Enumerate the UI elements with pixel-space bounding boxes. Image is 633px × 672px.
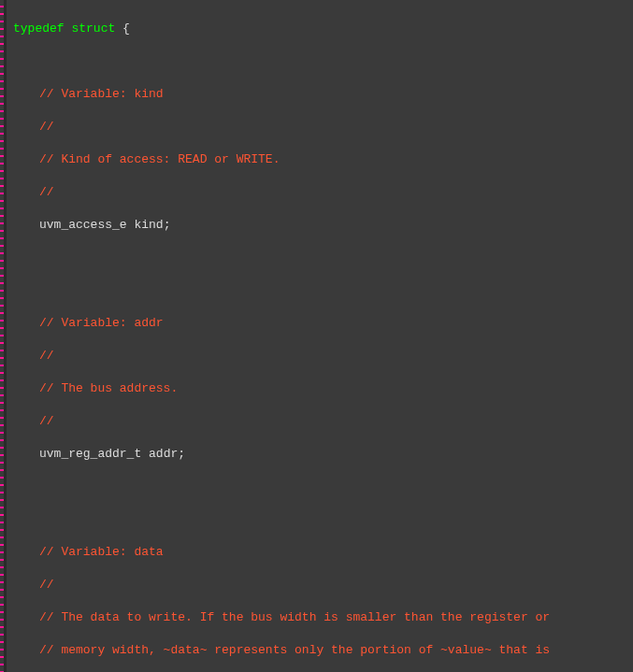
type: uvm_access_e — [39, 218, 134, 232]
code-line[interactable]: // memory width, ~data~ represents only … — [13, 642, 627, 659]
identifier: addr; — [149, 447, 185, 461]
comment: // Variable: addr — [39, 316, 164, 330]
comment: // — [39, 120, 54, 134]
code-editor[interactable]: typedef struct { // Variable: kind // //… — [7, 0, 633, 672]
code-line[interactable] — [13, 511, 627, 528]
code-line[interactable]: uvm_access_e kind; — [13, 217, 627, 234]
comment: // The bus address. — [39, 381, 178, 395]
comment: // Variable: kind — [39, 87, 164, 101]
keyword: struct — [71, 21, 115, 36]
code-line[interactable]: // Variable: data — [13, 544, 627, 561]
code-line[interactable] — [13, 282, 627, 299]
code-line[interactable]: // — [13, 348, 627, 365]
code-line[interactable]: // The bus address. — [13, 380, 627, 397]
code-line[interactable]: typedef struct { — [13, 21, 627, 37]
code-line[interactable] — [13, 53, 627, 70]
identifier: kind; — [134, 218, 170, 232]
code-line[interactable]: // — [13, 184, 627, 201]
code-line[interactable]: // Kind of access: READ or WRITE. — [13, 151, 627, 168]
code-line[interactable]: // Variable: addr — [13, 315, 627, 332]
comment: // The data to write. If the bus width i… — [39, 610, 550, 624]
code-line[interactable] — [13, 479, 627, 495]
code-line[interactable]: // Variable: kind — [13, 86, 627, 103]
comment: // memory width, ~data~ represents only … — [39, 643, 550, 657]
comment: // — [39, 414, 54, 428]
comment: // — [39, 349, 54, 363]
code-line[interactable]: // — [13, 577, 627, 593]
code-line[interactable]: // — [13, 413, 627, 430]
comment: // Kind of access: READ or WRITE. — [39, 152, 280, 166]
fold-gutter — [4, 0, 7, 672]
keyword: typedef — [13, 21, 65, 36]
comment: // — [39, 578, 54, 592]
comment: // — [39, 185, 54, 199]
comment: // Variable: data — [39, 545, 164, 559]
code-line[interactable]: // The data to write. If the bus width i… — [13, 609, 627, 626]
type: uvm_reg_addr_t — [39, 447, 149, 461]
code-line[interactable]: // — [13, 119, 627, 136]
code-line[interactable] — [13, 250, 627, 266]
code-line[interactable]: uvm_reg_addr_t addr; — [13, 446, 627, 463]
